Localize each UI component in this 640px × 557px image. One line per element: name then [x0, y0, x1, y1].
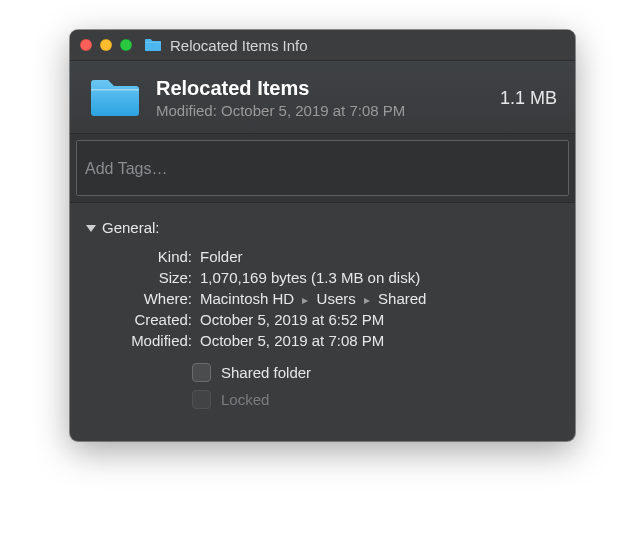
- tags-section: [70, 134, 575, 203]
- folder-icon: [144, 38, 162, 52]
- chevron-right-icon: ▸: [302, 293, 308, 307]
- kind-label: Kind:: [84, 248, 192, 265]
- chevron-right-icon: ▸: [364, 293, 370, 307]
- chevron-down-icon: [86, 225, 96, 232]
- modified-value: October 5, 2019 at 7:08 PM: [200, 332, 561, 349]
- close-icon[interactable]: [80, 39, 92, 51]
- row-kind: Kind: Folder: [84, 248, 561, 265]
- kind-value: Folder: [200, 248, 561, 265]
- tags-input[interactable]: [83, 145, 566, 193]
- minimize-icon[interactable]: [100, 39, 112, 51]
- general-disclosure[interactable]: General:: [86, 219, 561, 236]
- row-created: Created: October 5, 2019 at 6:52 PM: [84, 311, 561, 328]
- titlebar[interactable]: Relocated Items Info: [70, 30, 575, 61]
- row-modified: Modified: October 5, 2019 at 7:08 PM: [84, 332, 561, 349]
- created-label: Created:: [84, 311, 192, 328]
- shared-folder-label: Shared folder: [221, 364, 311, 381]
- shared-folder-checkbox[interactable]: [192, 363, 211, 382]
- locked-checkbox[interactable]: [192, 390, 211, 409]
- item-name: Relocated Items: [156, 77, 490, 100]
- item-size-summary: 1.1 MB: [500, 88, 557, 109]
- general-checkboxes: Shared folder Locked: [84, 363, 561, 409]
- window-title: Relocated Items Info: [170, 37, 308, 54]
- zoom-icon[interactable]: [120, 39, 132, 51]
- window-controls: [80, 39, 132, 51]
- locked-row: Locked: [192, 390, 561, 409]
- info-header: Relocated Items Modified: October 5, 201…: [70, 61, 575, 134]
- modified-label: Modified:: [84, 332, 192, 349]
- tags-field[interactable]: [76, 140, 569, 196]
- size-value: 1,070,169 bytes (1.3 MB on disk): [200, 269, 561, 286]
- where-seg-1: Users: [317, 290, 356, 307]
- where-value: Macintosh HD ▸ Users ▸ Shared: [200, 290, 561, 307]
- locked-label: Locked: [221, 391, 269, 408]
- row-where: Where: Macintosh HD ▸ Users ▸ Shared: [84, 290, 561, 307]
- where-label: Where:: [84, 290, 192, 307]
- general-section: General: Kind: Folder Size: 1,070,169 by…: [70, 203, 575, 441]
- item-modified-summary: Modified: October 5, 2019 at 7:08 PM: [156, 102, 490, 119]
- created-value: October 5, 2019 at 6:52 PM: [200, 311, 561, 328]
- info-window: Relocated Items Info Relocated Items Mod…: [70, 30, 575, 441]
- row-size: Size: 1,070,169 bytes (1.3 MB on disk): [84, 269, 561, 286]
- size-label: Size:: [84, 269, 192, 286]
- folder-icon: [88, 77, 142, 119]
- svg-rect-0: [91, 89, 139, 91]
- general-label: General:: [102, 219, 160, 236]
- where-seg-0: Macintosh HD: [200, 290, 294, 307]
- shared-folder-row: Shared folder: [192, 363, 561, 382]
- where-seg-2: Shared: [378, 290, 426, 307]
